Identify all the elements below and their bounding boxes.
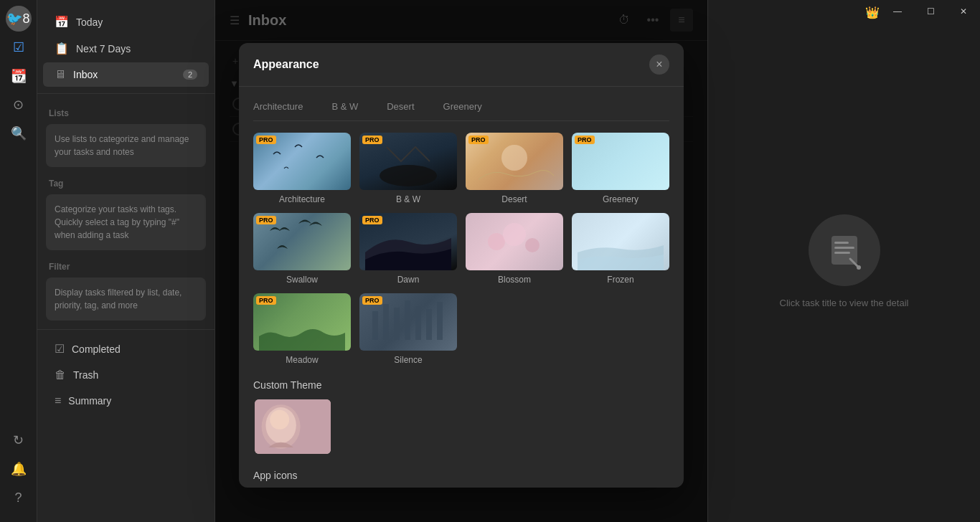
sidebar-item-inbox[interactable]: 🖥 Inbox 2 <box>43 62 209 87</box>
tab-bw[interactable]: B & W <box>331 101 358 115</box>
theme-meadow-label: Meadow <box>253 355 351 365</box>
close-button[interactable]: ✕ <box>947 0 980 23</box>
modal-title: Appearance <box>253 58 319 71</box>
crown-icon: 👑 <box>865 6 880 19</box>
sidebar-item-bell-icon[interactable]: 🔔 <box>6 456 32 482</box>
svg-rect-23 <box>831 236 857 265</box>
inbox-icon: 🖥 <box>55 68 66 81</box>
theme-architecture[interactable]: PRO Architecture <box>253 133 351 204</box>
summary-icon: ≡ <box>55 394 61 407</box>
lists-section-title: Lists <box>37 100 215 121</box>
theme-bw[interactable]: PRO B & W <box>359 133 457 204</box>
sidebar-item-today[interactable]: 📅 Today <box>43 9 209 34</box>
tag-description: Categorize your tasks with tags. Quickly… <box>46 194 206 250</box>
notification-badge: 8 <box>22 11 29 27</box>
custom-theme-label: Custom Theme <box>253 379 669 391</box>
svg-point-27 <box>857 265 861 270</box>
svg-rect-6 <box>383 304 389 340</box>
svg-rect-25 <box>834 247 854 249</box>
app-icons-label: App icons <box>253 470 669 481</box>
theme-swallow[interactable]: PRO Swallow <box>253 213 351 285</box>
sidebar-item-search-icon[interactable]: 🔍 <box>6 120 32 146</box>
sidebar-item-trash-label: Trash <box>73 369 98 381</box>
svg-rect-8 <box>405 300 410 340</box>
calendar-icon: 📆 <box>11 68 27 84</box>
svg-rect-9 <box>415 306 421 340</box>
theme-greenery[interactable]: PRO Greenery <box>572 133 669 204</box>
divider-2 <box>37 329 215 330</box>
sidebar-item-habit-icon[interactable]: ⊙ <box>6 92 32 118</box>
svg-point-0 <box>380 165 437 186</box>
svg-rect-11 <box>437 302 443 340</box>
modal-overlay: Appearance × Architecture B & W Desert G… <box>215 0 707 522</box>
theme-tabs: Architecture B & W Desert Greenery <box>253 101 669 121</box>
right-panel-hint: Click task title to view the detail <box>780 298 909 308</box>
today-nav-icon: 📅 <box>55 15 69 29</box>
sidebar-item-trash[interactable]: 🗑 Trash <box>43 363 209 387</box>
modal-close-button[interactable]: × <box>649 54 669 75</box>
filter-section-title: Filter <box>37 253 215 275</box>
svg-point-2 <box>488 233 505 250</box>
sync-icon: ↻ <box>13 432 24 448</box>
tab-desert[interactable]: Desert <box>387 101 414 115</box>
sidebar: 📅 Today 📋 Next 7 Days 🖥 Inbox 2 Lists Us… <box>37 0 215 522</box>
completed-icon: ☑ <box>55 342 65 356</box>
sidebar-item-summary[interactable]: ≡ Summary <box>43 389 209 413</box>
theme-greenery-label: Greenery <box>572 194 669 204</box>
right-panel-icon <box>809 214 880 286</box>
theme-silence[interactable]: PRO Silence <box>359 293 457 365</box>
tab-architecture[interactable]: Architecture <box>253 101 303 115</box>
sidebar-item-help-icon[interactable]: ? <box>6 485 32 511</box>
svg-point-1 <box>501 145 527 171</box>
theme-meadow[interactable]: PRO Meadow <box>253 293 351 365</box>
filter-description: Display tasks filtered by list, date, pr… <box>46 277 206 321</box>
sidebar-item-completed-label: Completed <box>72 343 121 355</box>
custom-theme-thumb[interactable] <box>253 398 332 455</box>
custom-theme-section: Custom Theme <box>253 379 669 455</box>
theme-blossom[interactable]: Blossom <box>466 213 563 285</box>
sidebar-item-next7days[interactable]: 📋 Next 7 Days <box>43 36 209 61</box>
svg-point-4 <box>525 238 540 252</box>
theme-silence-label: Silence <box>359 355 457 365</box>
modal-body: Architecture B & W Desert Greenery PRO <box>239 87 684 488</box>
theme-frozen-label: Frozen <box>572 275 669 285</box>
svg-point-15 <box>270 410 289 430</box>
theme-blossom-label: Blossom <box>466 275 563 285</box>
svg-rect-26 <box>834 252 850 254</box>
trash-icon: 🗑 <box>55 369 66 381</box>
theme-dawn-label: Dawn <box>359 275 457 285</box>
theme-dawn[interactable]: PRO Dawn <box>359 213 457 285</box>
sidebar-item-summary-label: Summary <box>68 395 111 407</box>
app-icons-section: App icons <box>253 470 669 488</box>
window-chrome: 👑 — ☐ ✕ <box>881 0 980 23</box>
avatar[interactable]: 🐦 8 <box>6 6 32 32</box>
maximize-button[interactable]: ☐ <box>914 0 947 23</box>
theme-architecture-label: Architecture <box>253 194 351 204</box>
sidebar-item-today-icon[interactable]: ☑ <box>6 34 32 60</box>
theme-frozen[interactable]: Frozen <box>572 213 669 285</box>
habit-icon: ⊙ <box>13 97 24 113</box>
minimize-button[interactable]: — <box>881 0 914 23</box>
avatar-image: 🐦 <box>6 11 22 27</box>
sidebar-item-today-label: Today <box>76 16 103 28</box>
main-content: ☰ Inbox ⏱ ••• ≡ + + Add t ▼ No Date Welc… <box>215 0 707 522</box>
appearance-modal: Appearance × Architecture B & W Desert G… <box>239 43 684 488</box>
sidebar-item-next7days-label: Next 7 Days <box>76 43 131 54</box>
svg-rect-24 <box>834 242 849 244</box>
icon-bar: 🐦 8 ☑ 📆 ⊙ 🔍 ↻ 🔔 ? <box>0 0 37 522</box>
theme-desert[interactable]: PRO Desert <box>466 133 563 204</box>
sidebar-item-calendar-icon[interactable]: 📆 <box>6 63 32 89</box>
svg-rect-10 <box>426 309 432 340</box>
pro-badge: PRO <box>575 136 595 144</box>
sidebar-item-sync-icon[interactable]: ↻ <box>6 427 32 453</box>
sidebar-item-inbox-label: Inbox <box>73 69 98 80</box>
tab-greenery[interactable]: Greenery <box>443 101 482 115</box>
modal-header: Appearance × <box>239 43 684 87</box>
sidebar-item-completed[interactable]: ☑ Completed <box>43 336 209 361</box>
theme-grid: PRO Architecture <box>253 133 669 365</box>
theme-bw-label: B & W <box>359 194 457 204</box>
divider-1 <box>37 93 215 94</box>
right-panel: Click task title to view the detail <box>707 0 980 522</box>
help-icon: ? <box>14 490 22 506</box>
lists-description: Use lists to categorize and manage your … <box>46 124 206 167</box>
